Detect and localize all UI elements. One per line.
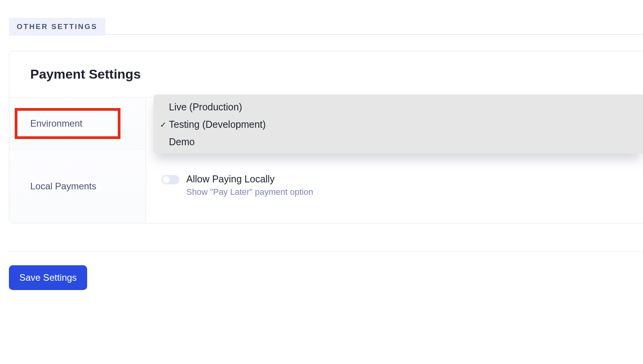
label-environment: Environment [9, 98, 146, 149]
toggle-allow-local-payments[interactable] [162, 175, 179, 184]
local-payments-content-cell: Allow Paying Locally Show "Pay Later" pa… [146, 149, 643, 223]
dropdown-option-testing-label: Testing (Development) [169, 119, 266, 130]
label-local-payments-text: Local Payments [30, 181, 96, 192]
payment-settings-card: Payment Settings Environment Local Payme… [9, 51, 643, 223]
dropdown-option-testing[interactable]: ✓ Testing (Development) [153, 116, 643, 133]
card-title: Payment Settings [9, 51, 643, 97]
check-icon: ✓ [160, 120, 167, 129]
label-environment-text: Environment [30, 118, 83, 129]
toggle-description: Show "Pay Later" payment option [186, 187, 313, 197]
environment-dropdown[interactable]: Live (Production) ✓ Testing (Development… [153, 94, 643, 154]
footer-divider [9, 251, 643, 252]
dropdown-option-live[interactable]: Live (Production) [153, 98, 643, 116]
toggle-knob [163, 176, 170, 183]
row-local-payments: Local Payments Allow Paying Locally Show… [9, 149, 643, 223]
dropdown-option-demo[interactable]: Demo [153, 133, 643, 151]
toggle-text-group: Allow Paying Locally Show "Pay Later" pa… [186, 173, 313, 197]
dropdown-option-live-label: Live (Production) [169, 101, 242, 112]
dropdown-option-demo-label: Demo [169, 136, 195, 147]
label-local-payments: Local Payments [9, 149, 146, 223]
tab-other-settings[interactable]: OTHER SETTINGS [9, 18, 105, 36]
tab-header-bar: OTHER SETTINGS [9, 18, 643, 35]
toggle-title: Allow Paying Locally [186, 173, 313, 185]
save-settings-button[interactable]: Save Settings [9, 265, 87, 290]
